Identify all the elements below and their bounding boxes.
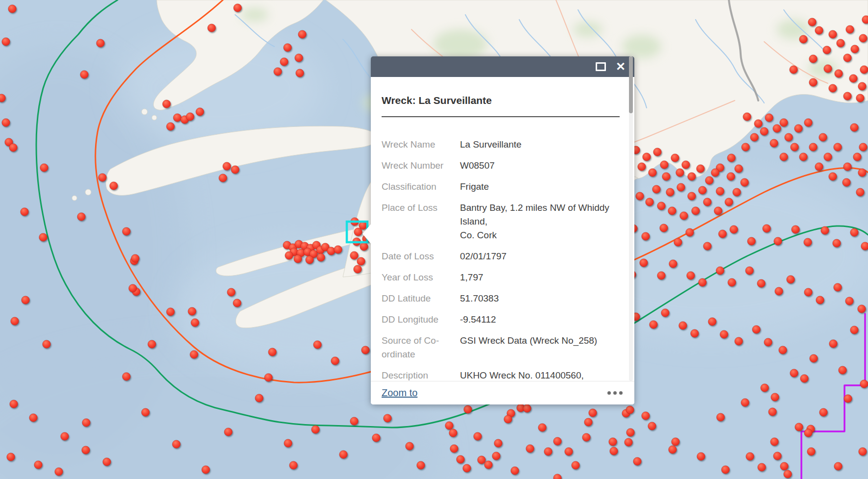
wreck-marker[interactable] — [11, 317, 19, 326]
wreck-marker[interactable] — [313, 341, 322, 349]
wreck-marker[interactable] — [804, 238, 812, 247]
wreck-marker[interactable] — [82, 419, 91, 427]
wreck-marker[interactable] — [837, 39, 845, 48]
wreck-marker[interactable] — [795, 125, 803, 133]
wreck-marker[interactable] — [9, 144, 18, 152]
popup-scrollbar-thumb[interactable] — [629, 56, 633, 113]
wreck-marker[interactable] — [785, 133, 793, 142]
wreck-marker[interactable] — [809, 55, 818, 63]
wreck-marker[interactable] — [666, 188, 675, 197]
wreck-marker[interactable] — [677, 183, 685, 192]
wreck-marker[interactable] — [747, 237, 756, 246]
wreck-marker[interactable] — [354, 265, 362, 274]
wreck-marker[interactable] — [298, 30, 307, 39]
close-icon[interactable]: ✕ — [616, 61, 626, 73]
wreck-marker[interactable] — [167, 308, 175, 316]
wreck-marker[interactable] — [219, 174, 227, 182]
wreck-marker[interactable] — [652, 185, 661, 194]
wreck-marker[interactable] — [774, 237, 782, 246]
wreck-marker[interactable] — [688, 192, 696, 201]
wreck-marker[interactable] — [791, 143, 799, 151]
wreck-marker[interactable] — [77, 213, 86, 221]
wreck-marker[interactable] — [268, 348, 277, 356]
wreck-marker[interactable] — [727, 173, 735, 181]
wreck-marker[interactable] — [839, 366, 847, 375]
wreck-marker[interactable] — [682, 161, 690, 169]
wreck-marker[interactable] — [779, 346, 787, 354]
wreck-marker[interactable] — [450, 445, 458, 453]
wreck-marker[interactable] — [844, 54, 852, 62]
wreck-marker[interactable] — [22, 296, 30, 304]
wreck-marker[interactable] — [445, 422, 454, 430]
wreck-marker[interactable] — [858, 169, 867, 177]
wreck-marker[interactable] — [636, 192, 644, 201]
wreck-marker[interactable] — [850, 228, 859, 237]
wreck-marker[interactable] — [844, 163, 852, 171]
wreck-marker[interactable] — [350, 417, 359, 426]
wreck-marker[interactable] — [626, 406, 634, 414]
wreck-marker[interactable] — [565, 448, 573, 456]
wreck-marker[interactable] — [850, 326, 859, 334]
wreck-marker[interactable] — [679, 322, 687, 330]
wreck-marker[interactable] — [795, 423, 803, 431]
wreck-marker[interactable] — [122, 227, 131, 236]
wreck-marker[interactable] — [474, 432, 482, 441]
wreck-marker[interactable] — [703, 242, 712, 251]
wreck-marker[interactable] — [691, 329, 699, 338]
wreck-marker[interactable] — [858, 82, 867, 91]
wreck-marker[interactable] — [406, 442, 414, 451]
wreck-marker[interactable] — [697, 165, 705, 173]
wreck-marker[interactable] — [835, 70, 843, 78]
wreck-marker[interactable] — [752, 326, 761, 334]
wreck-marker[interactable] — [716, 187, 724, 196]
wreck-marker[interactable] — [625, 438, 633, 447]
wreck-marker[interactable] — [688, 173, 696, 181]
wreck-marker[interactable] — [860, 380, 868, 388]
wreck-marker[interactable] — [2, 38, 10, 46]
wreck-marker[interactable] — [809, 143, 818, 151]
wreck-marker[interactable] — [757, 279, 766, 288]
wreck-marker[interactable] — [703, 198, 712, 206]
wreck-marker[interactable] — [824, 65, 832, 73]
wreck-marker[interactable] — [96, 39, 105, 48]
wreck-marker[interactable] — [773, 125, 781, 133]
wreck-marker[interactable] — [669, 446, 677, 454]
wreck-marker[interactable] — [844, 395, 852, 403]
wreck-marker[interactable] — [285, 252, 293, 260]
wreck-marker[interactable] — [730, 226, 738, 234]
wreck-marker[interactable] — [833, 239, 841, 248]
wreck-marker[interactable] — [829, 84, 837, 93]
wreck-marker[interactable] — [295, 54, 303, 62]
wreck-marker[interactable] — [764, 338, 772, 347]
wreck-marker[interactable] — [807, 448, 816, 456]
wreck-marker[interactable] — [824, 153, 832, 161]
wreck-marker[interactable] — [717, 413, 725, 422]
wreck-marker[interactable] — [716, 267, 724, 275]
wreck-marker[interactable] — [741, 178, 749, 187]
wreck-marker[interactable] — [523, 404, 531, 413]
wreck-marker[interactable] — [650, 321, 658, 329]
wreck-marker[interactable] — [188, 307, 196, 316]
wreck-marker[interactable] — [234, 4, 242, 12]
wreck-marker[interactable] — [10, 400, 18, 408]
wreck-marker[interactable] — [331, 357, 339, 365]
wreck-marker[interactable] — [384, 414, 392, 423]
wreck-marker[interactable] — [494, 439, 503, 448]
wreck-marker[interactable] — [820, 408, 828, 417]
wreck-marker[interactable] — [640, 259, 648, 267]
wreck-marker[interactable] — [43, 340, 51, 349]
wreck-marker[interactable] — [668, 207, 676, 215]
wreck-marker[interactable] — [417, 461, 425, 470]
wreck-marker[interactable] — [163, 100, 171, 108]
wreck-marker[interactable] — [98, 174, 107, 182]
wreck-marker[interactable] — [686, 228, 694, 237]
wreck-marker[interactable] — [526, 445, 534, 453]
wreck-marker[interactable] — [799, 153, 808, 161]
wreck-marker[interactable] — [687, 272, 695, 280]
wreck-marker[interactable] — [743, 113, 751, 121]
wreck-marker[interactable] — [735, 337, 743, 346]
wreck-marker[interactable] — [819, 133, 827, 142]
wreck-marker[interactable] — [457, 455, 465, 464]
wreck-marker[interactable] — [34, 461, 43, 469]
wreck-marker[interactable] — [769, 408, 777, 416]
